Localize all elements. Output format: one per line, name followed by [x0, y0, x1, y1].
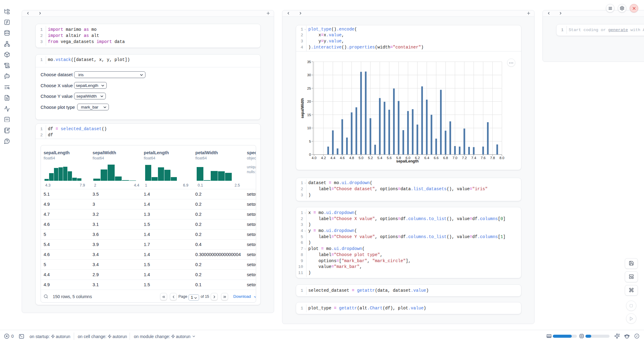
svg-text:7.0: 7.0	[453, 156, 457, 160]
svg-text:0: 0	[309, 153, 311, 156]
svg-text:35: 35	[307, 60, 311, 64]
svg-text:5: 5	[309, 140, 311, 143]
svg-text:4.8: 4.8	[349, 156, 354, 160]
svg-text:25: 25	[307, 87, 311, 90]
svg-text:7.2: 7.2	[462, 156, 467, 160]
svg-text:4.0: 4.0	[312, 156, 317, 160]
svg-text:4.2: 4.2	[321, 156, 326, 160]
svg-text:30: 30	[307, 73, 311, 77]
svg-text:5.2: 5.2	[368, 156, 373, 160]
svg-text:6.6: 6.6	[434, 156, 438, 160]
svg-text:8.0: 8.0	[499, 156, 504, 160]
svg-text:15: 15	[307, 113, 311, 117]
svg-text:7.8: 7.8	[490, 156, 495, 160]
svg-text:5.4: 5.4	[377, 156, 383, 160]
svg-text:7.6: 7.6	[481, 156, 485, 160]
svg-text:10: 10	[307, 126, 311, 130]
svg-text:sepalLength: sepalLength	[396, 159, 419, 163]
svg-text:4.6: 4.6	[340, 156, 345, 160]
svg-text:6.4: 6.4	[424, 156, 430, 160]
svg-text:7.4: 7.4	[471, 156, 477, 160]
svg-text:4.4: 4.4	[331, 156, 336, 160]
svg-text:5.0: 5.0	[359, 156, 363, 160]
svg-text:20: 20	[307, 100, 311, 103]
svg-text:5.6: 5.6	[387, 156, 392, 160]
svg-text:6.8: 6.8	[443, 156, 448, 160]
svg-text:sepalWidth: sepalWidth	[300, 98, 305, 119]
